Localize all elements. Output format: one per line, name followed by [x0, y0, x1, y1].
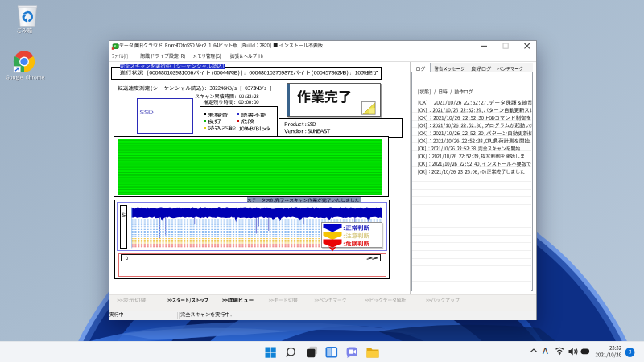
svg-text:A: A [543, 347, 548, 356]
